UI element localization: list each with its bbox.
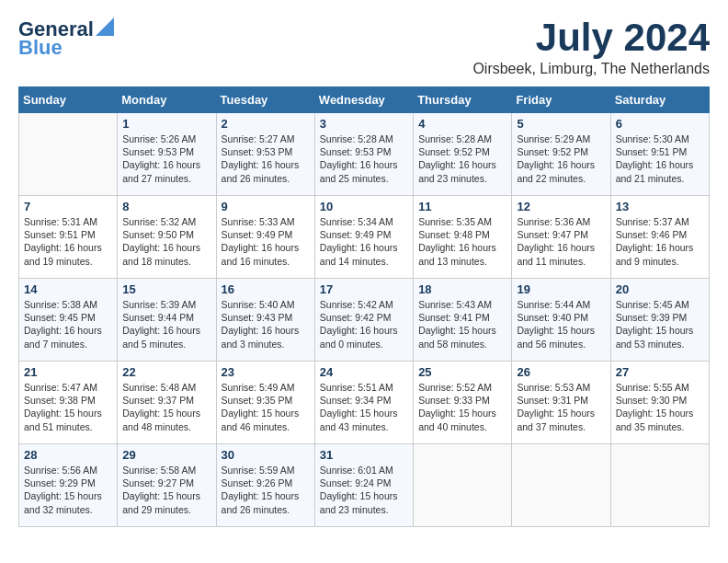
weekday-header-thursday: Thursday [414,87,512,113]
day-info: Sunrise: 5:39 AM Sunset: 9:44 PM Dayligh… [122,298,210,350]
day-info: Sunrise: 5:42 AM Sunset: 9:42 PM Dayligh… [320,298,408,350]
day-number: 23 [222,365,310,379]
day-info: Sunrise: 5:31 AM Sunset: 9:51 PM Dayligh… [24,215,112,268]
logo-text-blue: Blue [18,37,63,59]
day-info: Sunrise: 5:40 AM Sunset: 9:43 PM Dayligh… [222,298,310,350]
calendar-week-row: 1Sunrise: 5:26 AM Sunset: 9:53 PM Daylig… [19,113,710,196]
calendar-cell: 14Sunrise: 5:38 AM Sunset: 9:45 PM Dayli… [19,279,118,362]
day-number: 29 [122,448,210,462]
day-number: 17 [320,282,408,296]
day-info: Sunrise: 5:44 AM Sunset: 9:40 PM Dayligh… [517,298,605,350]
day-number: 21 [24,365,112,379]
title-section: July 2024 Oirsbeek, Limburg, The Netherl… [472,18,710,77]
day-info: Sunrise: 5:29 AM Sunset: 9:52 PM Dayligh… [517,132,605,185]
day-info: Sunrise: 5:47 AM Sunset: 9:38 PM Dayligh… [24,381,112,433]
day-info: Sunrise: 5:33 AM Sunset: 9:49 PM Dayligh… [222,215,310,268]
calendar-cell: 18Sunrise: 5:43 AM Sunset: 9:41 PM Dayli… [414,279,512,362]
calendar-cell: 16Sunrise: 5:40 AM Sunset: 9:43 PM Dayli… [216,279,314,362]
day-info: Sunrise: 5:26 AM Sunset: 9:53 PM Dayligh… [122,132,210,185]
day-number: 3 [320,117,408,131]
calendar-cell: 22Sunrise: 5:48 AM Sunset: 9:37 PM Dayli… [118,362,216,444]
calendar-cell [610,444,709,527]
weekday-header-friday: Friday [512,87,610,113]
day-info: Sunrise: 5:49 AM Sunset: 9:35 PM Dayligh… [222,381,310,433]
day-number: 2 [222,117,310,131]
day-number: 25 [418,365,506,379]
day-info: Sunrise: 5:35 AM Sunset: 9:48 PM Dayligh… [418,215,506,268]
day-info: Sunrise: 5:38 AM Sunset: 9:45 PM Dayligh… [24,298,112,350]
calendar-table: SundayMondayTuesdayWednesdayThursdayFrid… [18,86,710,527]
calendar-cell: 13Sunrise: 5:37 AM Sunset: 9:46 PM Dayli… [610,196,709,279]
day-number: 19 [517,282,605,296]
calendar-cell: 1Sunrise: 5:26 AM Sunset: 9:53 PM Daylig… [118,113,216,196]
weekday-header-row: SundayMondayTuesdayWednesdayThursdayFrid… [19,87,710,113]
calendar-week-row: 14Sunrise: 5:38 AM Sunset: 9:45 PM Dayli… [19,279,710,362]
weekday-header-tuesday: Tuesday [216,87,314,113]
day-info: Sunrise: 5:28 AM Sunset: 9:52 PM Dayligh… [418,132,506,185]
day-number: 28 [24,448,112,462]
day-info: Sunrise: 5:34 AM Sunset: 9:49 PM Dayligh… [320,215,408,268]
day-number: 18 [418,282,506,296]
day-info: Sunrise: 5:51 AM Sunset: 9:34 PM Dayligh… [320,381,408,433]
calendar-cell: 12Sunrise: 5:36 AM Sunset: 9:47 PM Dayli… [512,196,610,279]
logo-icon [96,17,114,36]
day-number: 30 [222,448,310,462]
day-info: Sunrise: 5:55 AM Sunset: 9:30 PM Dayligh… [616,381,704,433]
day-number: 5 [517,117,605,131]
day-info: Sunrise: 6:01 AM Sunset: 9:24 PM Dayligh… [320,464,408,516]
calendar-cell: 26Sunrise: 5:53 AM Sunset: 9:31 PM Dayli… [512,362,610,444]
day-info: Sunrise: 5:28 AM Sunset: 9:53 PM Dayligh… [320,132,408,185]
day-number: 4 [418,117,506,131]
location-subtitle: Oirsbeek, Limburg, The Netherlands [472,61,710,77]
day-info: Sunrise: 5:43 AM Sunset: 9:41 PM Dayligh… [418,298,506,350]
calendar-cell: 10Sunrise: 5:34 AM Sunset: 9:49 PM Dayli… [314,196,413,279]
day-number: 20 [616,282,704,296]
calendar-cell: 19Sunrise: 5:44 AM Sunset: 9:40 PM Dayli… [512,279,610,362]
weekday-header-saturday: Saturday [610,87,709,113]
day-info: Sunrise: 5:32 AM Sunset: 9:50 PM Dayligh… [122,215,210,268]
calendar-cell: 5Sunrise: 5:29 AM Sunset: 9:52 PM Daylig… [512,113,610,196]
day-number: 13 [616,200,704,213]
calendar-cell: 15Sunrise: 5:39 AM Sunset: 9:44 PM Dayli… [118,279,216,362]
calendar-cell: 30Sunrise: 5:59 AM Sunset: 9:26 PM Dayli… [216,444,314,527]
day-number: 1 [122,117,210,131]
month-year-title: July 2024 [472,18,710,57]
calendar-cell: 2Sunrise: 5:27 AM Sunset: 9:53 PM Daylig… [216,113,314,196]
day-info: Sunrise: 5:45 AM Sunset: 9:39 PM Dayligh… [616,298,704,350]
day-number: 9 [222,200,310,213]
day-info: Sunrise: 5:27 AM Sunset: 9:53 PM Dayligh… [222,132,310,185]
calendar-cell: 23Sunrise: 5:49 AM Sunset: 9:35 PM Dayli… [216,362,314,444]
day-number: 10 [320,200,408,213]
day-number: 12 [517,200,605,213]
day-number: 16 [222,282,310,296]
calendar-cell: 25Sunrise: 5:52 AM Sunset: 9:33 PM Dayli… [414,362,512,444]
calendar-cell: 24Sunrise: 5:51 AM Sunset: 9:34 PM Dayli… [314,362,413,444]
day-number: 26 [517,365,605,379]
day-info: Sunrise: 5:56 AM Sunset: 9:29 PM Dayligh… [24,464,112,516]
calendar-cell: 3Sunrise: 5:28 AM Sunset: 9:53 PM Daylig… [314,113,413,196]
day-number: 27 [616,365,704,379]
calendar-cell: 28Sunrise: 5:56 AM Sunset: 9:29 PM Dayli… [19,444,118,527]
day-info: Sunrise: 5:48 AM Sunset: 9:37 PM Dayligh… [122,381,210,433]
calendar-cell: 27Sunrise: 5:55 AM Sunset: 9:30 PM Dayli… [610,362,709,444]
calendar-cell: 4Sunrise: 5:28 AM Sunset: 9:52 PM Daylig… [414,113,512,196]
calendar-week-row: 7Sunrise: 5:31 AM Sunset: 9:51 PM Daylig… [19,196,710,279]
calendar-cell: 21Sunrise: 5:47 AM Sunset: 9:38 PM Dayli… [19,362,118,444]
calendar-cell: 9Sunrise: 5:33 AM Sunset: 9:49 PM Daylig… [216,196,314,279]
weekday-header-sunday: Sunday [19,87,118,113]
logo: General Blue [18,18,114,59]
page-header: General Blue July 2024 Oirsbeek, Limburg… [18,18,710,77]
day-info: Sunrise: 5:52 AM Sunset: 9:33 PM Dayligh… [418,381,506,433]
day-number: 24 [320,365,408,379]
day-info: Sunrise: 5:53 AM Sunset: 9:31 PM Dayligh… [517,381,605,433]
day-number: 7 [24,200,112,213]
calendar-cell [19,113,118,196]
calendar-week-row: 28Sunrise: 5:56 AM Sunset: 9:29 PM Dayli… [19,444,710,527]
day-number: 31 [320,448,408,462]
calendar-cell: 31Sunrise: 6:01 AM Sunset: 9:24 PM Dayli… [314,444,413,527]
calendar-week-row: 21Sunrise: 5:47 AM Sunset: 9:38 PM Dayli… [19,362,710,444]
calendar-cell: 7Sunrise: 5:31 AM Sunset: 9:51 PM Daylig… [19,196,118,279]
day-number: 22 [122,365,210,379]
day-number: 11 [418,200,506,213]
calendar-cell: 6Sunrise: 5:30 AM Sunset: 9:51 PM Daylig… [610,113,709,196]
